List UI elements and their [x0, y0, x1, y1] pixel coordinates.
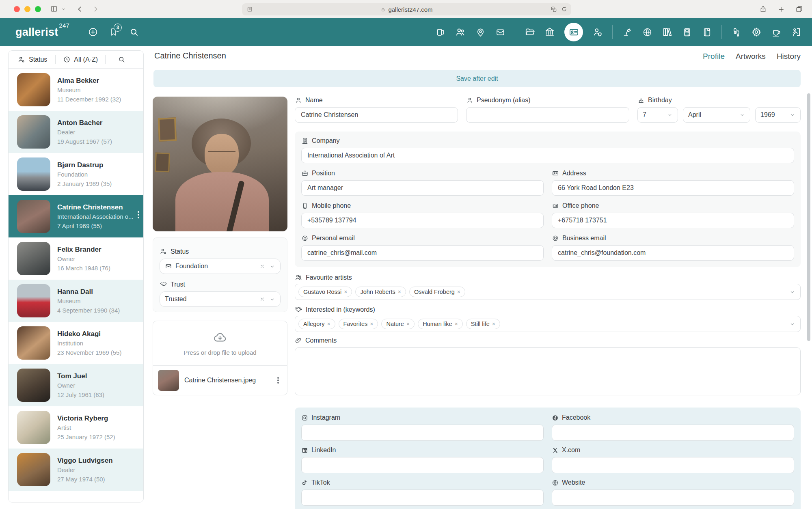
chevron-down-icon[interactable] [789, 289, 795, 295]
uploaded-file-row[interactable]: Catrine Christensen.jpeg [153, 366, 287, 395]
keyword-tag[interactable]: Allegory [298, 319, 335, 329]
close-window-button[interactable] [14, 6, 20, 12]
contact-list-item[interactable]: Felix BranderOwner16 March 1948 (76) [9, 237, 143, 280]
add-icon[interactable] [88, 27, 98, 37]
app-logo[interactable]: gallerist247 [15, 26, 69, 39]
locations-icon[interactable] [475, 27, 486, 37]
contact-list-item[interactable]: Bjørn DastrupFoundation2 January 1989 (3… [9, 153, 143, 195]
coffee-break-icon[interactable] [771, 27, 782, 37]
birthday-month-select[interactable]: April [683, 107, 750, 123]
remove-tag-icon[interactable] [457, 289, 460, 295]
back-icon[interactable] [76, 5, 84, 13]
remove-tag-icon[interactable] [492, 321, 495, 327]
comments-textarea[interactable] [295, 347, 801, 395]
library-icon[interactable] [662, 27, 672, 37]
address-bar[interactable]: gallerist247.com [242, 3, 571, 15]
settings-gear-icon[interactable] [751, 27, 762, 37]
xcom-input[interactable] [552, 457, 794, 473]
keywords-select[interactable]: Allegory Favorites Nature Human like Sti… [295, 316, 801, 332]
new-tab-icon[interactable] [777, 6, 785, 13]
zoom-window-button[interactable] [35, 6, 41, 12]
file-menu-icon[interactable] [277, 380, 279, 381]
keyword-tag[interactable]: Nature [381, 319, 415, 329]
tab-overview-icon[interactable] [795, 5, 803, 13]
mail-icon[interactable] [495, 27, 505, 37]
contact-list-item-selected[interactable]: Catrine ChristensenInternational Associa… [9, 195, 143, 237]
keyword-tag[interactable]: Still life [466, 319, 500, 329]
keyword-tag[interactable]: Human like [418, 319, 463, 329]
keyword-tag[interactable]: Favorites [339, 319, 378, 329]
search-icon[interactable] [129, 27, 139, 37]
scrollbar[interactable] [807, 93, 810, 341]
save-after-edit-button[interactable]: Save after edit [153, 70, 801, 87]
artist-tag[interactable]: Gustavo Rossi [298, 287, 352, 297]
person-assign-icon[interactable] [592, 27, 603, 37]
footprints-icon[interactable] [731, 27, 742, 37]
name-input[interactable] [295, 107, 458, 123]
remove-tag-icon[interactable] [406, 321, 410, 327]
status-select[interactable]: Foundation [160, 259, 281, 274]
sidebar-search-icon[interactable] [118, 56, 125, 63]
personal-email-input[interactable] [301, 245, 544, 261]
remove-tag-icon[interactable] [455, 321, 458, 327]
contact-list-item[interactable]: Viggo LudvigsenDealer27 May 1974 (50) [9, 449, 143, 491]
contact-list-item[interactable]: Alma BekkerMuseum11 December 1992 (32) [9, 69, 143, 111]
tab-history[interactable]: History [777, 52, 801, 61]
clear-icon[interactable] [259, 263, 265, 269]
chevron-down-icon[interactable] [269, 296, 275, 302]
remove-tag-icon[interactable] [344, 289, 347, 295]
tiktok-input[interactable] [301, 490, 544, 506]
mobile-phone-input[interactable] [301, 213, 544, 228]
remove-tag-icon[interactable] [370, 321, 373, 327]
lamp-icon[interactable] [622, 27, 633, 37]
calculator-icon[interactable] [682, 27, 692, 37]
profile-card-icon[interactable] [564, 23, 583, 41]
tab-profile[interactable]: Profile [703, 52, 725, 61]
company-input[interactable] [301, 148, 794, 163]
position-input[interactable] [301, 180, 544, 196]
clear-icon[interactable] [259, 296, 265, 302]
tab-artworks[interactable]: Artworks [736, 52, 766, 61]
business-email-input[interactable] [552, 245, 794, 261]
folders-icon[interactable] [525, 27, 535, 37]
birthday-day-select[interactable]: 7 [637, 107, 678, 123]
birthday-year-select[interactable]: 1969 [755, 107, 801, 123]
upload-dropzone[interactable]: Press or drop file to upload [153, 321, 287, 366]
sort-button[interactable]: All (A-Z) [63, 56, 98, 63]
devices-icon[interactable] [435, 27, 446, 37]
bookmarks-button[interactable]: 3 [109, 27, 119, 37]
contact-list-item[interactable]: Anton BacherDealer19 August 1967 (57) [9, 111, 143, 153]
favourite-artists-select[interactable]: Gustavo Rossi John Roberts Osvald Frober… [295, 284, 801, 300]
institution-icon[interactable] [544, 27, 555, 37]
translate-icon[interactable] [551, 6, 557, 13]
linkedin-input[interactable] [301, 457, 544, 473]
website-input[interactable] [552, 490, 794, 506]
reload-icon[interactable] [561, 6, 567, 12]
contact-list-item[interactable]: Tom JuelOwner12 July 1961 (63) [9, 364, 143, 406]
facebook-input[interactable] [552, 425, 794, 441]
address-input[interactable] [552, 180, 794, 196]
artist-tag[interactable]: John Roberts [355, 287, 406, 297]
contacts-icon[interactable] [455, 27, 466, 37]
browser-sidebar-icon[interactable] [50, 5, 58, 13]
web-icon[interactable] [642, 27, 652, 37]
contact-list-item[interactable]: Victoria RybergArtist25 January 1972 (52… [9, 406, 143, 449]
pseudonym-input[interactable] [466, 107, 629, 123]
chevron-down-icon[interactable] [61, 6, 66, 12]
minimize-window-button[interactable] [24, 6, 30, 12]
contact-list-item[interactable]: Hanna DallMuseum4 September 1990 (34) [9, 280, 143, 322]
contact-list-item[interactable]: Hideko AkagiInstitution23 November 1969 … [9, 322, 143, 364]
trust-select[interactable]: Trusted [160, 291, 281, 307]
remove-tag-icon[interactable] [327, 321, 330, 327]
sign-out-icon[interactable] [791, 27, 801, 37]
instagram-input[interactable] [301, 425, 544, 441]
forward-icon[interactable] [92, 5, 99, 13]
office-phone-input[interactable] [552, 213, 794, 228]
filter-status-button[interactable]: Status [17, 56, 47, 64]
chevron-down-icon[interactable] [269, 263, 275, 270]
journal-icon[interactable] [702, 27, 712, 37]
artist-tag[interactable]: Osvald Froberg [409, 287, 465, 297]
remove-tag-icon[interactable] [398, 289, 401, 295]
contact-menu-icon[interactable] [138, 214, 139, 216]
chevron-down-icon[interactable] [789, 321, 795, 327]
